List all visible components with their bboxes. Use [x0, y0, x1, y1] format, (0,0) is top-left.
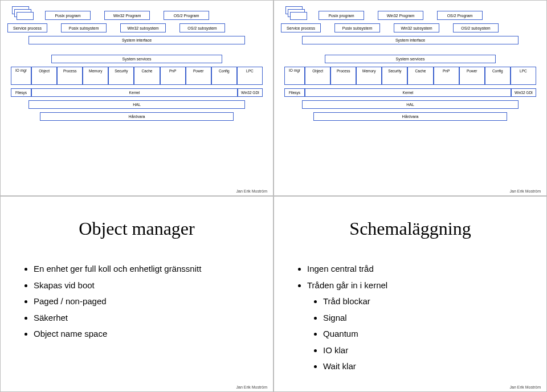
- bullet: Object name space: [34, 326, 263, 342]
- managers-row: IO mgr Object Process Memory Security Ca…: [11, 67, 263, 85]
- bullet-list: Ingen central tråd Tråden går in i kerne…: [284, 261, 536, 375]
- mgr-cache: Cache: [134, 67, 160, 85]
- mgr-lpc: LPC: [237, 67, 263, 85]
- slide-arch-left: Posix program Win32 Program OS/2 Program…: [0, 0, 274, 196]
- mgr-process: Process: [57, 67, 83, 85]
- win32-program: Win32 Program: [378, 11, 423, 20]
- io-mgr: IO mgr: [284, 67, 305, 85]
- mgr-power: Power: [186, 67, 211, 85]
- slide-object-manager: Object manager En enhet ger full koll oc…: [0, 196, 274, 392]
- slide-scheduling: Schemaläggning Ingen central tråd Tråden…: [274, 196, 547, 392]
- arch-diagram: Posix program Win32 Program OS/2 Program…: [284, 6, 536, 121]
- mgr-process: Process: [330, 67, 356, 85]
- kernel: Kernel: [305, 88, 511, 97]
- hardware: Hårdvara: [313, 112, 507, 121]
- win32-program: Win32 Program: [104, 11, 150, 20]
- mgr-memory: Memory: [83, 67, 108, 85]
- arch-diagram: Posix program Win32 Program OS/2 Program…: [11, 6, 263, 121]
- posix-program: Posix program: [319, 11, 364, 20]
- bullet: Paged / non-paged: [34, 293, 263, 310]
- sub-bullet: Wait klar: [323, 358, 536, 375]
- mgr-security: Security: [382, 67, 407, 85]
- os2-program: OS/2 Program: [164, 11, 209, 20]
- stacked-processes-icon: [285, 6, 305, 20]
- sub-bullet: IO klar: [323, 342, 536, 359]
- sub-bullet: Signal: [323, 310, 536, 326]
- mgr-memory: Memory: [356, 67, 382, 85]
- mgr-pnp: PnP: [160, 67, 186, 85]
- slide-title: Schemaläggning: [284, 218, 536, 239]
- mgr-security: Security: [108, 67, 134, 85]
- sub-bullet-list: Tråd blockar Signal Quantum IO klar Wait…: [307, 293, 536, 375]
- posix-program: Posix program: [45, 11, 91, 20]
- slide-footer: Jan Erik Moström: [236, 189, 267, 193]
- mgr-config: Config: [211, 67, 237, 85]
- slide-title: Object manager: [11, 218, 263, 239]
- sub-bullet: Tråd blockar: [323, 293, 536, 310]
- filesys: Filesys: [11, 88, 31, 97]
- posix-subsystem: Posix subsystem: [61, 23, 107, 32]
- mgr-cache: Cache: [407, 67, 433, 85]
- slide-footer: Jan Erik Moström: [510, 385, 541, 389]
- mgr-config: Config: [485, 67, 511, 85]
- os2-subsystem: OS/2 subsystem: [453, 23, 499, 32]
- sub-bullet: Quantum: [323, 326, 536, 342]
- mgr-pnp: PnP: [434, 67, 459, 85]
- mgr-object: Object: [305, 67, 330, 85]
- system-services: System services: [51, 55, 222, 63]
- system-interface: System interface: [28, 36, 245, 44]
- mgr-lpc: LPC: [511, 67, 536, 85]
- win32-subsystem: Win32 subsystem: [120, 23, 166, 32]
- bullet: Ingen central tråd: [307, 261, 536, 277]
- kernel-row: Filesys Kernel Win32 GDI: [284, 88, 536, 97]
- os2-subsystem: OS/2 subsystem: [179, 23, 225, 32]
- win32-gdi: Win32 GDI: [238, 88, 263, 97]
- win32-subsystem: Win32 subsystem: [394, 23, 439, 32]
- service-process: Service process: [7, 23, 47, 32]
- managers-row: IO mgr Object Process Memory Security Ca…: [284, 67, 536, 85]
- service-process: Service process: [281, 23, 321, 32]
- kernel-row: Filesys Kernel Win32 GDI: [11, 88, 263, 97]
- stacked-processes-icon: [12, 6, 31, 20]
- hal: HAL: [302, 100, 519, 109]
- slide-footer: Jan Erik Moström: [236, 385, 267, 389]
- bullet: Skapas vid boot: [34, 277, 263, 294]
- slide-arch-right: Posix program Win32 Program OS/2 Program…: [274, 0, 547, 196]
- bullet-text: Tråden går in i kernel: [307, 280, 387, 290]
- system-services: System services: [325, 55, 496, 63]
- slide-footer: Jan Erik Moström: [510, 189, 541, 193]
- bullet-list: En enhet ger full koll och enhetligt grä…: [11, 261, 263, 342]
- posix-subsystem: Posix subsystem: [334, 23, 380, 32]
- mgr-object: Object: [31, 67, 57, 85]
- bullet: Säkerhet: [34, 310, 263, 326]
- io-mgr: IO mgr: [11, 67, 31, 85]
- hardware: Hårdvara: [40, 112, 234, 121]
- bullet: Tråden går in i kernel Tråd blockar Sign…: [307, 277, 536, 375]
- filesys: Filesys: [284, 88, 305, 97]
- win32-gdi: Win32 GDI: [511, 88, 536, 97]
- kernel: Kernel: [31, 88, 238, 97]
- os2-program: OS/2 Program: [437, 11, 483, 20]
- bullet: En enhet ger full koll och enhetligt grä…: [34, 261, 263, 277]
- mgr-power: Power: [459, 67, 485, 85]
- hal: HAL: [28, 100, 245, 109]
- system-interface: System interface: [302, 36, 519, 44]
